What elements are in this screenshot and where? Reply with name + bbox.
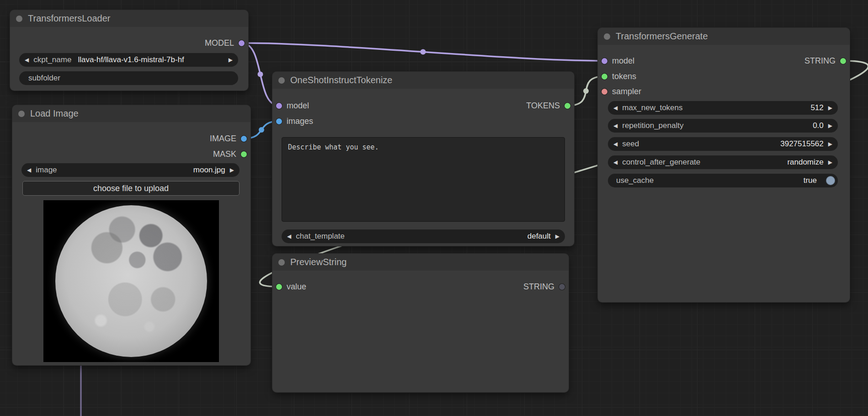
input-slot-tokens[interactable]: tokens — [602, 70, 636, 82]
widget-name: repetition_penalty — [622, 121, 683, 130]
widget-name: image — [36, 165, 57, 175]
moon-image — [55, 205, 207, 357]
node-title: PreviewString — [290, 257, 346, 267]
node-title: Load Image — [30, 108, 79, 119]
widget-name: chat_template — [296, 232, 345, 241]
link-midpoint-dot — [258, 72, 263, 77]
combo-left-arrow-icon[interactable]: ◀ — [613, 159, 618, 165]
node-status-dot-icon — [16, 16, 22, 22]
combo-left-arrow-icon[interactable]: ◀ — [613, 105, 618, 111]
prompt-textarea[interactable]: Describe what you see. — [282, 137, 565, 222]
slot-dot-model-icon[interactable] — [276, 103, 282, 109]
widget-name: max_new_tokens — [622, 103, 682, 112]
node-title-bar[interactable]: OneShotInstructTokenize — [272, 72, 574, 89]
combo-right-arrow-icon[interactable]: ▶ — [828, 123, 832, 129]
combo-right-arrow-icon[interactable]: ▶ — [828, 141, 832, 147]
widget-name: use_cache — [616, 176, 654, 185]
combo-right-arrow-icon[interactable]: ▶ — [828, 159, 832, 165]
input-slot-images[interactable]: images — [276, 115, 313, 127]
input-slot-model[interactable]: model — [602, 55, 634, 67]
widget-name: control_after_generate — [622, 158, 700, 167]
node-oneshot-instruct-tokenize[interactable]: OneShotInstructTokenize model images TOK… — [272, 72, 574, 246]
use-cache-toggle[interactable] — [826, 176, 835, 185]
combo-left-arrow-icon[interactable]: ◀ — [25, 57, 29, 63]
combo-right-arrow-icon[interactable]: ▶ — [555, 233, 559, 240]
link-model-to-generate — [242, 43, 604, 61]
slot-label: value — [287, 282, 306, 292]
input-slot-sampler[interactable]: sampler — [602, 85, 641, 97]
widget-use-cache[interactable]: use_cache true — [608, 174, 838, 187]
slot-label: images — [287, 117, 313, 126]
widget-chat-template[interactable]: ◀ chat_template default ▶ — [282, 229, 565, 243]
output-slot-mask[interactable]: MASK — [213, 148, 247, 160]
slot-dot-sampler-icon[interactable] — [602, 89, 607, 95]
node-title: OneShotInstructTokenize — [290, 75, 392, 85]
slot-label: model — [287, 101, 309, 111]
slot-label: sampler — [612, 87, 641, 96]
slot-label: tokens — [612, 72, 636, 81]
widget-ckpt-name[interactable]: ◀ ckpt_name llava-hf/llava-v1.6-mistral-… — [19, 53, 238, 67]
widget-value: 0.0 — [813, 121, 824, 130]
slot-label: model — [612, 56, 634, 66]
node-title-bar[interactable]: TransformersGenerate — [598, 28, 850, 45]
widget-value: moon.jpg — [193, 165, 225, 175]
node-status-dot-icon — [278, 77, 285, 84]
node-status-dot-icon — [278, 259, 285, 266]
node-title-bar[interactable]: Load Image — [12, 105, 250, 122]
slot-label: MODEL — [205, 38, 234, 48]
slot-dot-mask-icon[interactable] — [241, 151, 247, 157]
node-title-bar[interactable]: PreviewString — [272, 254, 569, 271]
output-slot-model[interactable]: MODEL — [205, 37, 245, 49]
link-midpoint-dot — [421, 49, 426, 55]
slot-dot-model-icon[interactable] — [239, 40, 245, 46]
slot-dot-images-icon[interactable] — [276, 118, 282, 124]
slot-dot-model-icon[interactable] — [602, 58, 607, 64]
node-title-bar[interactable]: TransformersLoader — [10, 10, 248, 27]
node-title: TransformersGenerate — [616, 31, 708, 42]
widget-name: seed — [622, 139, 639, 149]
output-slot-string[interactable]: STRING — [804, 55, 846, 67]
node-load-image[interactable]: Load Image IMAGE MASK ◀ image moon.jpg ▶… — [12, 105, 250, 365]
widget-value: randomize — [787, 158, 823, 167]
widget-value: llava-hf/llava-v1.6-mistral-7b-hf — [78, 55, 184, 64]
slot-dot-value-icon[interactable] — [276, 284, 282, 290]
combo-left-arrow-icon[interactable]: ◀ — [613, 123, 618, 129]
slot-dot-tokens-icon[interactable] — [564, 103, 570, 109]
combo-left-arrow-icon[interactable]: ◀ — [27, 167, 31, 173]
slot-dot-image-icon[interactable] — [241, 136, 247, 142]
combo-left-arrow-icon[interactable]: ◀ — [287, 233, 291, 240]
combo-right-arrow-icon[interactable]: ▶ — [229, 57, 233, 63]
output-slot-image[interactable]: IMAGE — [210, 133, 247, 144]
node-transformers-loader[interactable]: TransformersLoader MODEL ◀ ckpt_name lla… — [10, 10, 248, 91]
combo-left-arrow-icon[interactable]: ◀ — [613, 141, 618, 147]
output-slot-tokens[interactable]: TOKENS — [526, 100, 570, 112]
output-slot-string[interactable]: STRING — [523, 281, 565, 293]
node-preview-string[interactable]: PreviewString value STRING — [272, 254, 569, 392]
node-graph-canvas[interactable]: TransformersLoader MODEL ◀ ckpt_name lla… — [0, 0, 868, 416]
widget-value: 3927515562 — [780, 139, 824, 149]
input-slot-value[interactable]: value — [276, 281, 306, 293]
widget-subfolder[interactable]: subfolder — [19, 71, 238, 85]
node-status-dot-icon — [18, 111, 25, 117]
slot-label: STRING — [804, 56, 836, 66]
widget-image[interactable]: ◀ image moon.jpg ▶ — [21, 163, 240, 177]
link-midpoint-dot — [259, 127, 264, 133]
widget-seed[interactable]: ◀ seed 3927515562 ▶ — [608, 137, 838, 151]
slot-dot-tokens-icon[interactable] — [602, 74, 607, 80]
node-transformers-generate[interactable]: TransformersGenerate model tokens sample… — [598, 28, 850, 302]
slot-dot-string-icon[interactable] — [840, 58, 846, 64]
slot-label: IMAGE — [210, 134, 236, 144]
widget-value: 512 — [810, 103, 823, 112]
widget-max-new-tokens[interactable]: ◀ max_new_tokens 512 ▶ — [608, 101, 838, 115]
widget-control-after-generate[interactable]: ◀ control_after_generate randomize ▶ — [608, 155, 838, 169]
slot-dot-string-icon[interactable] — [559, 284, 565, 290]
widget-name: subfolder — [28, 74, 60, 83]
widget-repetition-penalty[interactable]: ◀ repetition_penalty 0.0 ▶ — [608, 119, 838, 133]
choose-file-button[interactable]: choose file to upload — [22, 181, 240, 196]
input-slot-model[interactable]: model — [276, 100, 309, 112]
image-preview — [43, 200, 219, 362]
combo-right-arrow-icon[interactable]: ▶ — [230, 167, 234, 173]
combo-right-arrow-icon[interactable]: ▶ — [828, 105, 832, 111]
slot-label: MASK — [213, 149, 236, 159]
link-midpoint-dot — [583, 88, 589, 94]
